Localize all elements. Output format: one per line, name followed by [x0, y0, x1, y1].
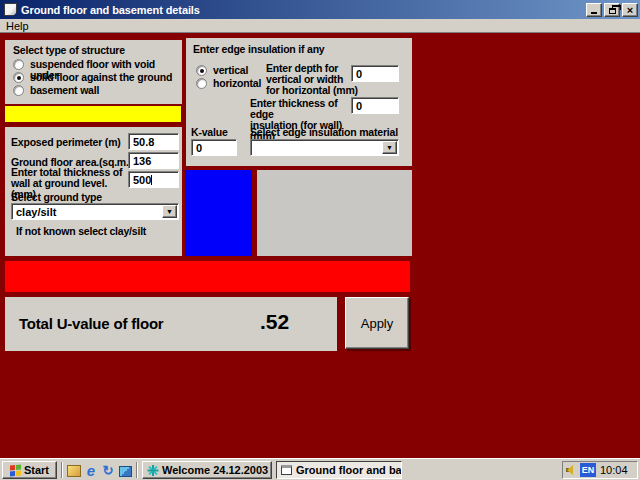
exposed-perimeter-label: Exposed perimeter (m) — [11, 137, 121, 148]
internet-explorer-icon[interactable]: e — [83, 462, 99, 478]
clock[interactable]: 10:04 — [600, 464, 628, 476]
chevron-down-icon[interactable]: ▼ — [162, 205, 177, 218]
result-panel: Total U-value of floor .52 — [5, 297, 337, 351]
minimize-icon — [591, 12, 597, 14]
restore-button[interactable] — [604, 3, 620, 17]
radio-horizontal[interactable] — [196, 78, 207, 89]
wall-thickness-field[interactable]: 500 — [128, 171, 179, 188]
structure-heading: Select type of structure — [13, 45, 125, 56]
taskbar-divider — [136, 462, 138, 478]
ground-type-hint: If not known select clay/silt — [16, 226, 146, 237]
gray-display-box — [257, 170, 412, 256]
radio-solid-floor[interactable] — [13, 72, 24, 83]
edge-thickness-field[interactable]: 0 — [351, 97, 399, 114]
apply-button[interactable]: Apply — [345, 297, 409, 349]
radio-solid-floor-label[interactable]: solid floor against the ground — [30, 72, 172, 83]
exposed-perimeter-field[interactable]: 50.8 — [128, 133, 179, 150]
radio-basement-wall[interactable] — [13, 85, 24, 96]
radio-vertical[interactable] — [196, 65, 207, 76]
close-button[interactable]: × — [622, 3, 638, 17]
menubar: Help — [0, 19, 640, 33]
windows-logo-icon — [10, 464, 21, 476]
dimensions-panel: Exposed perimeter (m) 50.8 Ground floor … — [5, 127, 182, 256]
radio-horizontal-label[interactable]: horizontal — [213, 78, 261, 89]
text-caret — [151, 175, 152, 185]
close-icon: × — [627, 5, 633, 15]
edge-depth-field[interactable]: 0 — [351, 65, 399, 82]
radio-vertical-label[interactable]: vertical — [213, 65, 248, 76]
outlook-express-icon[interactable]: ↻ — [100, 462, 116, 478]
taskbar-divider — [61, 462, 63, 478]
u-value-result: .52 — [260, 310, 289, 334]
desktop: Ground floor and basement details × Help… — [0, 0, 640, 480]
ground-type-label: Select ground type — [11, 192, 102, 203]
restore-icon — [609, 8, 616, 14]
k-value-field[interactable]: 0 — [191, 139, 237, 156]
system-tray: EN 10:04 — [562, 461, 638, 479]
yellow-indicator-bar — [5, 106, 181, 122]
minimize-button[interactable] — [586, 3, 602, 17]
window-icon — [4, 3, 17, 16]
ground-type-value: clay/silt — [16, 206, 56, 218]
u-value-label: Total U-value of floor — [19, 315, 164, 332]
task-ground-floor[interactable]: Ground floor and base... — [276, 461, 402, 479]
k-value-label: K-value — [191, 127, 228, 138]
titlebar[interactable]: Ground floor and basement details × — [0, 0, 640, 19]
welcome-app-icon — [147, 465, 158, 476]
blue-display-box — [185, 170, 252, 256]
wall-thickness-value: 500 — [133, 174, 151, 186]
window-title: Ground floor and basement details — [21, 4, 584, 16]
radio-suspended-floor[interactable] — [13, 59, 24, 70]
task-welcome[interactable]: Welcome 24.12.2003 — [142, 461, 272, 479]
edge-material-dropdown[interactable]: ▼ — [250, 139, 399, 156]
ground-type-dropdown[interactable]: clay/silt ▼ — [11, 203, 179, 220]
edge-insulation-panel: Enter edge insulation if any vertical ho… — [186, 38, 412, 166]
task-ground-floor-label: Ground floor and base... — [296, 464, 402, 476]
taskbar: Start e ↻ Welcome 24.12.2003 Ground floo… — [0, 458, 640, 480]
form-window-icon — [281, 465, 292, 475]
menu-help[interactable]: Help — [0, 20, 35, 32]
radio-basement-wall-label[interactable]: basement wall — [30, 85, 99, 96]
edge-depth-label: Enter depth for vertical or width for ho… — [266, 63, 358, 96]
edge-heading: Enter edge insulation if any — [193, 44, 325, 55]
mail-quicklaunch-icon[interactable] — [66, 462, 82, 478]
chevron-down-icon[interactable]: ▼ — [382, 141, 397, 154]
language-indicator[interactable]: EN — [580, 463, 596, 477]
structure-type-panel: Select type of structure suspended floor… — [5, 40, 182, 104]
floor-area-field[interactable]: 136 — [128, 152, 179, 169]
start-button[interactable]: Start — [2, 461, 57, 479]
start-label: Start — [24, 464, 49, 476]
edge-material-label: Select edge insulation material — [250, 127, 398, 138]
task-welcome-label: Welcome 24.12.2003 — [162, 464, 268, 476]
red-indicator-bar — [5, 261, 410, 292]
show-desktop-icon[interactable] — [117, 462, 133, 478]
speaker-icon[interactable] — [566, 465, 576, 475]
